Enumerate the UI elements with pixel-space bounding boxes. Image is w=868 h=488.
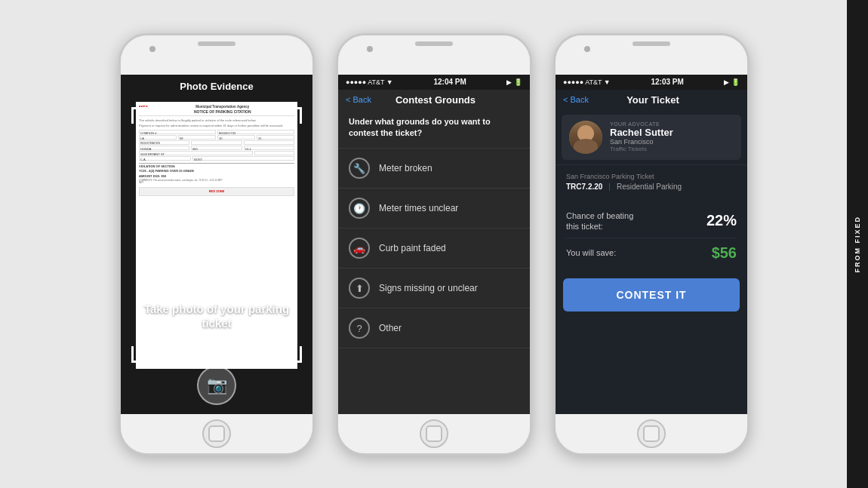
home-button-3[interactable] (637, 419, 666, 448)
mta-logo: MTA (139, 105, 149, 109)
nav-title-2: Contest Grounds (371, 94, 500, 106)
question-icon: ? (349, 318, 370, 339)
status-bar-2: ●●●●● AT&T ▼ 12:04 PM ▶ 🔋 (338, 75, 530, 90)
advocate-info: YOUR ADVOCATE Rachel Sutter San Francisc… (610, 121, 734, 152)
option-meter-broken[interactable]: 🔧 Meter broken (338, 148, 530, 188)
sign-icon: ⬆ (349, 278, 370, 299)
watermark: FROM FIXED (847, 0, 868, 488)
wrench-icon: 🔧 (349, 158, 370, 179)
save-label: You will save: (566, 247, 616, 258)
home-button-inner-1 (208, 425, 225, 442)
chance-value: 22% (706, 212, 737, 229)
home-button-2[interactable] (420, 419, 448, 448)
phone-1-bottom (121, 414, 312, 453)
photo-area: MTA Municipal Transportation Agency NOTI… (121, 98, 312, 414)
back-button-2[interactable]: < Back (346, 95, 371, 104)
advocate-specialty: Traffic Tickets (610, 146, 734, 152)
contest-question: Under what grounds do you want to contes… (338, 110, 530, 149)
advocate-name: Rachel Sutter (610, 127, 734, 138)
phone-2: ●●●●● AT&T ▼ 12:04 PM ▶ 🔋 < Back Contest… (336, 33, 532, 456)
home-button-inner-2 (426, 425, 442, 442)
phone-1-camera (149, 46, 155, 52)
battery-2: ▶ 🔋 (506, 78, 522, 86)
phone-3-screen: ●●●●● AT&T ▼ 12:03 PM ▶ 🔋 < Back Your Ti… (556, 75, 747, 414)
camera-button-area: 📷 (121, 366, 312, 405)
camera-icon: 📷 (207, 376, 227, 395)
option-curb-paint[interactable]: 🚗 Curb paint faded (338, 228, 530, 268)
ticket-subtype: Residential Parking (617, 183, 682, 191)
phone-2-speaker (415, 41, 453, 46)
home-button-inner-3 (643, 425, 660, 442)
nav-title-3: Your Ticket (589, 94, 717, 106)
option-label-2: Meter times unclear (379, 203, 458, 213)
car-icon: 🚗 (349, 238, 370, 259)
phone-3-speaker (633, 41, 670, 46)
stats-section: Chance of beating this ticket: 22% You w… (556, 198, 747, 275)
phone-1-speaker (198, 41, 235, 46)
phone-1: Photo Evidence MTA Municipal Transportat… (119, 33, 315, 456)
home-button-1[interactable] (202, 419, 231, 448)
photo-evidence-title: Photo Evidence (121, 75, 312, 98)
phone-2-camera (367, 46, 373, 52)
phone-1-top (121, 35, 312, 75)
chance-stat-row: Chance of beating this ticket: 22% (566, 204, 737, 239)
watermark-text: FROM FIXED (854, 216, 861, 273)
option-label-1: Meter broken (379, 163, 432, 173)
ticket-type: San Francisco Parking Ticket (566, 173, 737, 180)
ticket-info-section: San Francisco Parking Ticket TRC7.2.20 |… (556, 164, 747, 198)
phone-2-screen: ●●●●● AT&T ▼ 12:04 PM ▶ 🔋 < Back Contest… (338, 75, 530, 414)
ticket-code-row: TRC7.2.20 | Residential Parking (566, 183, 737, 191)
ticket-code: TRC7.2.20 (566, 183, 602, 191)
phone-3-camera (584, 46, 590, 52)
back-button-3[interactable]: < Back (563, 95, 589, 104)
option-signs[interactable]: ⬆ Signs missing or unclear (338, 268, 530, 308)
save-value: $56 (712, 244, 737, 262)
phone-2-top (338, 35, 530, 75)
clock-icon: 🕐 (349, 198, 370, 219)
phone-2-bottom (338, 414, 530, 453)
carrier-2: ●●●●● AT&T ▼ (346, 78, 393, 86)
time-2: 12:04 PM (433, 78, 466, 86)
advocate-avatar (569, 121, 602, 154)
photo-instruction: Take photo of your parking ticket (121, 302, 312, 331)
phone-3: ●●●●● AT&T ▼ 12:03 PM ▶ 🔋 < Back Your Ti… (553, 33, 749, 456)
phone-1-screen: Photo Evidence MTA Municipal Transportat… (121, 75, 312, 414)
camera-button[interactable]: 📷 (197, 366, 236, 405)
chance-label: Chance of beating this ticket: (566, 210, 633, 232)
option-other[interactable]: ? Other (338, 308, 530, 348)
option-label-3: Curb paint faded (379, 243, 446, 253)
phones-container: Photo Evidence MTA Municipal Transportat… (103, 18, 765, 471)
phone-3-nav: < Back Your Ticket (556, 90, 747, 110)
battery-3: ▶ 🔋 (724, 78, 740, 86)
status-bar-3: ●●●●● AT&T ▼ 12:03 PM ▶ 🔋 (556, 75, 747, 90)
advocate-section: YOUR ADVOCATE Rachel Sutter San Francisc… (562, 115, 741, 160)
advocate-label: YOUR ADVOCATE (610, 121, 734, 127)
contest-it-button[interactable]: CONTEST IT (563, 278, 740, 312)
option-label-5: Other (379, 323, 402, 333)
phone-3-bottom (556, 414, 747, 453)
save-stat-row: You will save: $56 (566, 238, 737, 268)
carrier-3: ●●●●● AT&T ▼ (563, 78, 611, 86)
option-meter-times[interactable]: 🕐 Meter times unclear (338, 188, 530, 228)
phone-3-top (556, 35, 747, 75)
option-label-4: Signs missing or unclear (379, 283, 478, 293)
phone-2-nav: < Back Contest Grounds (338, 90, 530, 110)
time-3: 12:03 PM (651, 78, 683, 86)
advocate-city: San Francisco (610, 138, 734, 146)
